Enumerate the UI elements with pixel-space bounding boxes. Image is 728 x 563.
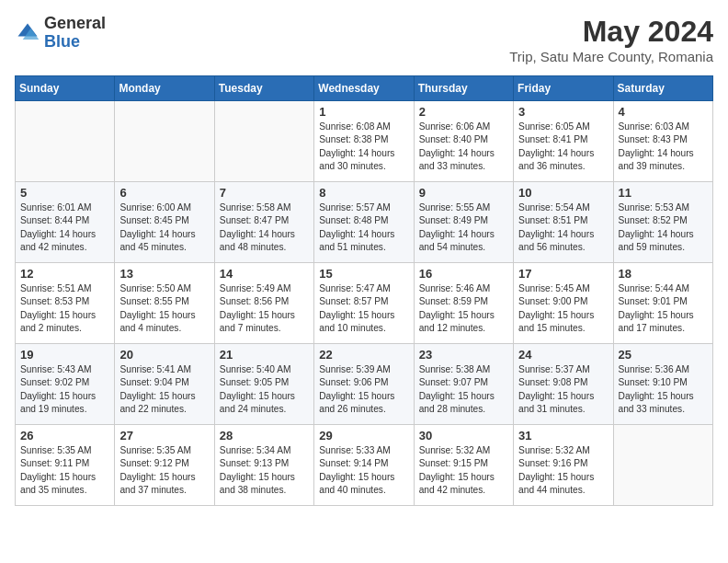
day-number: 9 [419, 186, 508, 200]
day-detail: Sunrise: 5:46 AM Sunset: 8:59 PM Dayligh… [419, 282, 508, 335]
logo-blue: Blue [44, 33, 106, 52]
calendar-cell: 25Sunrise: 5:36 AM Sunset: 9:10 PM Dayli… [613, 344, 712, 425]
calendar-body: 1Sunrise: 6:08 AM Sunset: 8:38 PM Daylig… [16, 101, 713, 506]
day-number: 12 [20, 267, 109, 281]
calendar-header: SundayMondayTuesdayWednesdayThursdayFrid… [16, 76, 713, 101]
calendar-week-3: 19Sunrise: 5:43 AM Sunset: 9:02 PM Dayli… [16, 344, 713, 425]
day-detail: Sunrise: 5:51 AM Sunset: 8:53 PM Dayligh… [20, 282, 109, 335]
header-cell-wednesday: Wednesday [314, 76, 414, 101]
day-detail: Sunrise: 5:44 AM Sunset: 9:01 PM Dayligh… [619, 282, 708, 335]
day-number: 18 [619, 267, 708, 281]
day-detail: Sunrise: 6:01 AM Sunset: 8:44 PM Dayligh… [20, 201, 109, 254]
day-number: 21 [220, 348, 309, 362]
day-number: 23 [419, 348, 508, 362]
day-detail: Sunrise: 5:35 AM Sunset: 9:12 PM Dayligh… [119, 444, 209, 497]
day-detail: Sunrise: 5:45 AM Sunset: 9:00 PM Dayligh… [518, 282, 608, 335]
header-cell-monday: Monday [115, 76, 214, 101]
calendar-cell: 7Sunrise: 5:58 AM Sunset: 8:47 PM Daylig… [214, 182, 313, 263]
day-detail: Sunrise: 5:58 AM Sunset: 8:47 PM Dayligh… [220, 201, 309, 254]
day-detail: Sunrise: 5:40 AM Sunset: 9:05 PM Dayligh… [220, 363, 309, 416]
calendar-cell: 21Sunrise: 5:40 AM Sunset: 9:05 PM Dayli… [214, 344, 313, 425]
logo-general: General [44, 15, 106, 33]
calendar-cell: 15Sunrise: 5:47 AM Sunset: 8:57 PM Dayli… [314, 263, 414, 344]
calendar-cell: 9Sunrise: 5:55 AM Sunset: 8:49 PM Daylig… [414, 182, 513, 263]
day-detail: Sunrise: 5:32 AM Sunset: 9:16 PM Dayligh… [518, 444, 608, 497]
day-detail: Sunrise: 5:53 AM Sunset: 8:52 PM Dayligh… [619, 201, 708, 254]
day-detail: Sunrise: 5:54 AM Sunset: 8:51 PM Dayligh… [518, 201, 608, 254]
day-detail: Sunrise: 5:39 AM Sunset: 9:06 PM Dayligh… [319, 363, 408, 416]
day-number: 28 [220, 429, 309, 442]
calendar-cell: 16Sunrise: 5:46 AM Sunset: 8:59 PM Dayli… [414, 263, 513, 344]
day-number: 29 [319, 429, 408, 442]
calendar-cell: 5Sunrise: 6:01 AM Sunset: 8:44 PM Daylig… [16, 182, 115, 263]
calendar-cell: 29Sunrise: 5:33 AM Sunset: 9:14 PM Dayli… [314, 425, 414, 506]
calendar-cell: 11Sunrise: 5:53 AM Sunset: 8:52 PM Dayli… [613, 182, 712, 263]
calendar-cell: 12Sunrise: 5:51 AM Sunset: 8:53 PM Dayli… [16, 263, 115, 344]
day-number: 24 [518, 348, 608, 362]
calendar-cell [613, 425, 712, 506]
day-detail: Sunrise: 5:35 AM Sunset: 9:11 PM Dayligh… [20, 444, 109, 497]
calendar-cell [16, 101, 115, 182]
day-detail: Sunrise: 5:38 AM Sunset: 9:07 PM Dayligh… [419, 363, 508, 416]
calendar-week-4: 26Sunrise: 5:35 AM Sunset: 9:11 PM Dayli… [16, 425, 713, 506]
day-detail: Sunrise: 5:43 AM Sunset: 9:02 PM Dayligh… [20, 363, 109, 416]
day-number: 4 [619, 105, 708, 119]
calendar-cell: 1Sunrise: 6:08 AM Sunset: 8:38 PM Daylig… [314, 101, 414, 182]
calendar-cell [115, 101, 214, 182]
logo-text: General Blue [44, 15, 106, 52]
day-number: 26 [20, 429, 109, 442]
calendar-week-2: 12Sunrise: 5:51 AM Sunset: 8:53 PM Dayli… [16, 263, 713, 344]
day-number: 22 [319, 348, 408, 362]
calendar-cell: 18Sunrise: 5:44 AM Sunset: 9:01 PM Dayli… [613, 263, 712, 344]
day-detail: Sunrise: 5:55 AM Sunset: 8:49 PM Dayligh… [419, 201, 508, 254]
calendar-table: SundayMondayTuesdayWednesdayThursdayFrid… [15, 75, 713, 506]
calendar-cell: 23Sunrise: 5:38 AM Sunset: 9:07 PM Dayli… [414, 344, 513, 425]
calendar-cell: 31Sunrise: 5:32 AM Sunset: 9:16 PM Dayli… [514, 425, 613, 506]
calendar-week-0: 1Sunrise: 6:08 AM Sunset: 8:38 PM Daylig… [16, 101, 713, 182]
day-number: 3 [518, 105, 608, 119]
header-row: SundayMondayTuesdayWednesdayThursdayFrid… [16, 76, 713, 101]
header-cell-saturday: Saturday [613, 76, 712, 101]
calendar-cell: 6Sunrise: 6:00 AM Sunset: 8:45 PM Daylig… [115, 182, 214, 263]
day-detail: Sunrise: 5:34 AM Sunset: 9:13 PM Dayligh… [220, 444, 309, 497]
day-detail: Sunrise: 5:50 AM Sunset: 8:55 PM Dayligh… [119, 282, 209, 335]
day-detail: Sunrise: 6:00 AM Sunset: 8:45 PM Dayligh… [119, 201, 209, 254]
calendar-cell: 27Sunrise: 5:35 AM Sunset: 9:12 PM Dayli… [115, 425, 214, 506]
day-number: 25 [619, 348, 708, 362]
page-header: General Blue May 2024 Trip, Satu Mare Co… [15, 15, 713, 64]
day-detail: Sunrise: 6:03 AM Sunset: 8:43 PM Dayligh… [619, 121, 708, 173]
calendar-cell [214, 101, 313, 182]
calendar-cell: 22Sunrise: 5:39 AM Sunset: 9:06 PM Dayli… [314, 344, 414, 425]
logo-icon [15, 20, 40, 46]
day-number: 27 [119, 429, 209, 442]
day-detail: Sunrise: 6:05 AM Sunset: 8:41 PM Dayligh… [518, 121, 608, 173]
day-number: 8 [319, 186, 408, 200]
day-number: 13 [119, 267, 209, 281]
day-number: 1 [319, 105, 408, 119]
day-number: 19 [20, 348, 109, 362]
logo: General Blue [15, 15, 106, 52]
month-title: May 2024 [509, 15, 713, 49]
day-number: 2 [419, 105, 508, 119]
calendar-cell: 28Sunrise: 5:34 AM Sunset: 9:13 PM Dayli… [214, 425, 313, 506]
day-detail: Sunrise: 5:32 AM Sunset: 9:15 PM Dayligh… [419, 444, 508, 497]
day-number: 14 [220, 267, 309, 281]
day-number: 6 [119, 186, 209, 200]
day-detail: Sunrise: 6:08 AM Sunset: 8:38 PM Dayligh… [319, 121, 408, 173]
calendar-cell: 17Sunrise: 5:45 AM Sunset: 9:00 PM Dayli… [514, 263, 613, 344]
calendar-cell: 8Sunrise: 5:57 AM Sunset: 8:48 PM Daylig… [314, 182, 414, 263]
day-detail: Sunrise: 6:06 AM Sunset: 8:40 PM Dayligh… [419, 121, 508, 173]
day-number: 11 [619, 186, 708, 200]
day-detail: Sunrise: 5:33 AM Sunset: 9:14 PM Dayligh… [319, 444, 408, 497]
day-number: 10 [518, 186, 608, 200]
calendar-cell: 2Sunrise: 6:06 AM Sunset: 8:40 PM Daylig… [414, 101, 513, 182]
header-cell-sunday: Sunday [16, 76, 115, 101]
calendar-cell: 26Sunrise: 5:35 AM Sunset: 9:11 PM Dayli… [16, 425, 115, 506]
day-number: 5 [20, 186, 109, 200]
day-number: 7 [220, 186, 309, 200]
day-detail: Sunrise: 5:49 AM Sunset: 8:56 PM Dayligh… [220, 282, 309, 335]
calendar-cell: 30Sunrise: 5:32 AM Sunset: 9:15 PM Dayli… [414, 425, 513, 506]
day-number: 20 [119, 348, 209, 362]
calendar-cell: 13Sunrise: 5:50 AM Sunset: 8:55 PM Dayli… [115, 263, 214, 344]
calendar-cell: 24Sunrise: 5:37 AM Sunset: 9:08 PM Dayli… [514, 344, 613, 425]
